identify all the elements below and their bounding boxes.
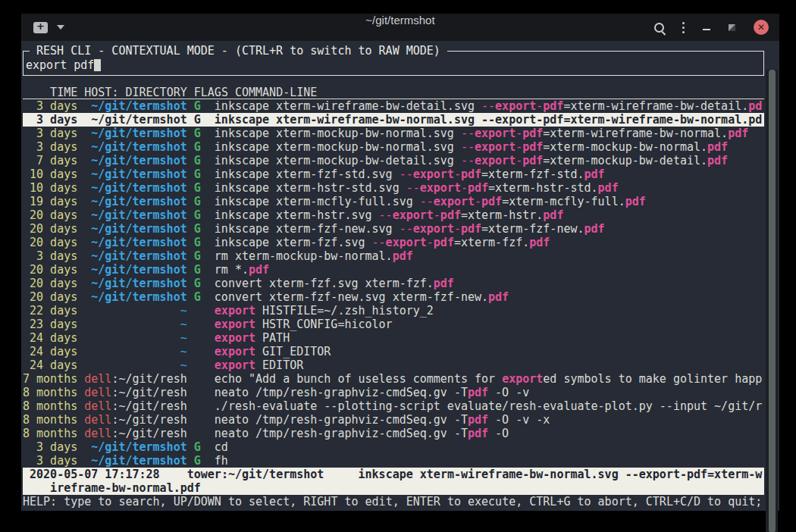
scrollbar-thumb[interactable] [769, 70, 776, 532]
search-query-text: export pdf [26, 58, 94, 72]
window-titlebar: ~/git/termshot ✕ [21, 14, 779, 41]
minimize-icon[interactable] [703, 29, 710, 30]
terminal-content: RESH CLI - CONTEXTUAL MODE - (CTRL+R to … [21, 41, 779, 511]
history-row[interactable]: 20 days ~/git/termshot G rm *.pdf [23, 263, 764, 277]
restore-icon[interactable] [729, 24, 735, 31]
history-row[interactable]: 8 months dell:~/git/resh ./resh-evaluate… [23, 399, 764, 413]
history-row[interactable]: 20 days ~/git/termshot G inkscape xterm-… [23, 222, 764, 236]
statusbar-line2: ireframe-bw-normal.pdf [23, 481, 764, 495]
history-row[interactable]: 24 days ~ export GIT_EDITOR [23, 345, 764, 358]
screenshot-stage: ~/git/termshot ✕ RESH CLI - CONTEXTUAL M… [0, 0, 796, 532]
history-row[interactable]: 3 days ~/git/termshot G rm xterm-mockup-… [23, 249, 764, 263]
history-row[interactable]: 19 days ~/git/termshot G inkscape xterm-… [23, 195, 764, 208]
history-table-header: TIME HOST: DIRECTORY FLAGS COMMAND-LINE [23, 86, 764, 99]
history-rows: 3 days ~/git/termshot G inkscape xterm-w… [23, 99, 764, 468]
history-row[interactable]: 3 days ~/git/termshot G inkscape xterm-w… [23, 113, 764, 127]
history-row[interactable]: 20 days ~/git/termshot G convert xterm-f… [23, 290, 764, 304]
history-row[interactable]: 7 days ~/git/termshot G inkscape xterm-m… [23, 154, 764, 167]
history-row[interactable]: 3 days ~/git/termshot G inkscape xterm-w… [23, 99, 764, 113]
history-row[interactable]: 10 days ~/git/termshot G inkscape xterm-… [23, 167, 764, 181]
history-row[interactable]: 8 months dell:~/git/resh neato /tmp/resh… [23, 413, 764, 427]
history-row[interactable]: 3 days ~/git/termshot G inkscape xterm-m… [23, 127, 764, 140]
history-row[interactable]: 3 days ~/git/termshot G inkscape xterm-m… [23, 140, 764, 154]
history-row[interactable]: 20 days ~/git/termshot G inkscape xterm-… [23, 236, 764, 249]
history-row[interactable]: 24 days ~ export PATH [23, 331, 764, 345]
history-row[interactable]: 8 months dell:~/git/resh neato /tmp/resh… [23, 427, 764, 440]
history-row[interactable]: 8 months dell:~/git/resh neato /tmp/resh… [23, 386, 764, 399]
history-row[interactable]: 7 months dell:~/git/resh echo "Add a bun… [23, 372, 764, 386]
history-row[interactable]: 3 days ~/git/termshot G fh [23, 454, 764, 468]
terminal-window: ~/git/termshot ✕ RESH CLI - CONTEXTUAL M… [21, 14, 779, 511]
history-row[interactable]: 24 days ~ export EDITOR [23, 358, 764, 372]
search-query-input[interactable]: export pdf [26, 58, 101, 72]
resh-mode-title: RESH CLI - CONTEXTUAL MODE - (CTRL+R to … [30, 44, 447, 58]
history-row[interactable]: 23 days ~ export HSTR_CONFIG=hicolor [23, 318, 764, 331]
history-row[interactable]: 20 days ~/git/termshot G inkscape xterm-… [23, 208, 764, 222]
search-icon[interactable] [654, 23, 664, 33]
history-row[interactable]: 3 days ~/git/termshot G cd [23, 440, 764, 454]
text-cursor [94, 59, 101, 71]
statusbar-line1: 2020-05-07 17:17:28 tower:~/git/termshot… [23, 468, 764, 481]
kebab-menu-icon[interactable] [682, 22, 685, 33]
history-row[interactable]: 20 days ~/git/termshot G convert xterm-f… [23, 277, 764, 290]
close-icon[interactable]: ✕ [754, 20, 769, 35]
help-line: HELP: type to search, UP/DOWN to select,… [23, 495, 764, 509]
resh-search-box: RESH CLI - CONTEXTUAL MODE - (CTRL+R to … [23, 51, 764, 76]
selected-entry-statusbar: 2020-05-07 17:17:28 tower:~/git/termshot… [23, 468, 764, 495]
history-row[interactable]: 22 days ~ export HISTFILE=~/.zsh_history… [23, 304, 764, 318]
history-row[interactable]: 10 days ~/git/termshot G inkscape xterm-… [23, 181, 764, 195]
